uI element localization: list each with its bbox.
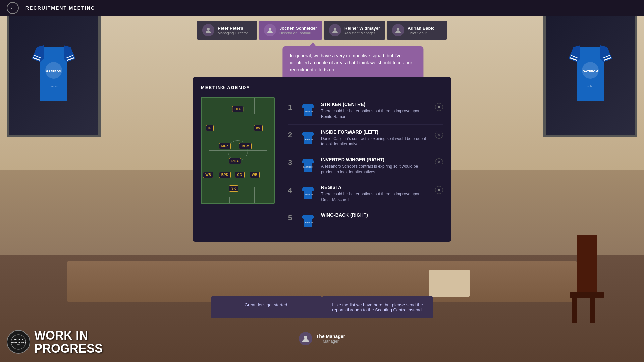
agenda-item-3: 3 GAZPROM INVERTED WINGER (RIGHT) Alessa… bbox=[288, 152, 443, 180]
close-icon-3: ✕ bbox=[437, 160, 441, 165]
si-logo: SPORTS INTERACTIVE bbox=[7, 330, 30, 354]
speech-text: In general, we have a very competitive s… bbox=[290, 53, 412, 72]
svg-marker-26 bbox=[302, 132, 314, 144]
item-text-1: STRIKER (CENTRE) There could be better o… bbox=[321, 102, 430, 120]
meeting-panel: MEETING AGENDA DLF IF IW MEZ BBM RGA WB … bbox=[193, 77, 451, 242]
jersey-frame-right: GAZPROM umbro bbox=[543, 10, 637, 137]
svg-text:GAZPROM: GAZPROM bbox=[303, 194, 313, 196]
name-rainer-widmayer: Rainer Widmayer bbox=[344, 26, 380, 31]
item-text-5: WING-BACK (RIGHT) bbox=[321, 212, 443, 219]
close-icon-2: ✕ bbox=[437, 132, 441, 137]
jersey-svg-left: GAZPROM umbro bbox=[23, 40, 84, 107]
chair bbox=[550, 235, 617, 335]
item-desc-1: There could be better options out there … bbox=[321, 108, 430, 120]
avatar-jochen-schneider bbox=[264, 24, 276, 36]
header-bar: ← RECRUITMENT MEETING bbox=[0, 0, 644, 16]
role-jochen-schneider: Director of Football bbox=[279, 31, 317, 35]
pos-sk[interactable]: SK bbox=[229, 185, 238, 192]
item-position-3: INVERTED WINGER (RIGHT) bbox=[321, 157, 430, 162]
svg-text:GAZPROM: GAZPROM bbox=[46, 70, 61, 73]
bottom-goal bbox=[229, 197, 246, 203]
jersey-inner-right: GAZPROM umbro bbox=[546, 13, 635, 135]
panel-content: DLF IF IW MEZ BBM RGA WB BPD CD WB SK 1 … bbox=[201, 97, 443, 234]
item-close-1[interactable]: ✕ bbox=[435, 103, 443, 111]
svg-text:umbro: umbro bbox=[587, 85, 594, 88]
player-name: The Manager bbox=[316, 334, 345, 339]
agenda-item-1: 1 GAZPROM STRIKER (CENTRE) There could b… bbox=[288, 97, 443, 125]
item-position-5: WING-BACK (RIGHT) bbox=[321, 212, 443, 218]
agenda-items-list: 1 GAZPROM STRIKER (CENTRE) There could b… bbox=[288, 97, 443, 234]
item-shirt-1: GAZPROM bbox=[300, 102, 316, 118]
pos-bpd[interactable]: BPD bbox=[219, 172, 231, 178]
speech-bubble: In general, we have a very competitive s… bbox=[282, 46, 423, 79]
participants-row: Peter Peters Managing Director Jochen Sc… bbox=[197, 21, 447, 40]
role-peter-peters: Managing Director bbox=[218, 31, 252, 35]
back-button[interactable]: ← bbox=[7, 2, 19, 14]
item-number-1: 1 bbox=[288, 103, 295, 112]
pos-rga[interactable]: RGA bbox=[229, 158, 241, 164]
agenda-item-4: 4 GAZPROM REGISTA There could be better … bbox=[288, 180, 443, 208]
avatar-adrian-babic bbox=[392, 24, 404, 36]
dialogue-area: Great, let's get started. I like the lis… bbox=[211, 296, 433, 318]
item-text-4: REGISTA There could be better options ou… bbox=[321, 185, 430, 203]
item-number-4: 4 bbox=[288, 186, 295, 195]
formation-area: DLF IF IW MEZ BBM RGA WB BPD CD WB SK bbox=[201, 97, 278, 234]
close-icon-4: ✕ bbox=[437, 187, 441, 193]
item-position-4: REGISTA bbox=[321, 185, 430, 190]
svg-point-38 bbox=[304, 336, 307, 339]
participant-adrian-babic[interactable]: Adrian Babic Chief Scout bbox=[387, 21, 447, 40]
pos-mez[interactable]: MEZ bbox=[219, 143, 231, 149]
name-adrian-babic: Adrian Babic bbox=[408, 26, 442, 31]
item-close-2[interactable]: ✕ bbox=[435, 131, 443, 139]
item-desc-3: Alessandro Schöpf's contract is expiring… bbox=[321, 164, 430, 175]
svg-text:umbro: umbro bbox=[50, 85, 58, 88]
svg-rect-34 bbox=[577, 235, 597, 295]
svg-point-21 bbox=[269, 28, 271, 31]
dialogue-option-1[interactable]: Great, let's get started. bbox=[211, 296, 322, 318]
avatar-rainer-widmayer bbox=[329, 24, 341, 36]
role-rainer-widmayer: Assistant Manager bbox=[344, 31, 380, 35]
wip-text: WORK INPROGRESS bbox=[34, 329, 103, 355]
svg-text:SPORTS: SPORTS bbox=[14, 338, 23, 341]
svg-text:GAZPROM: GAZPROM bbox=[303, 166, 313, 168]
pos-if[interactable]: IF bbox=[206, 125, 214, 131]
item-close-3[interactable]: ✕ bbox=[435, 158, 443, 166]
formation-field: DLF IF IW MEZ BBM RGA WB BPD CD WB SK bbox=[201, 97, 275, 204]
player-bar: The Manager Manager bbox=[299, 332, 345, 345]
desk-surface bbox=[67, 261, 577, 302]
item-position-2: INSIDE FORWARD (LEFT) bbox=[321, 129, 430, 135]
participant-jochen-schneider[interactable]: Jochen Schneider Director of Football bbox=[259, 21, 322, 40]
meeting-title: RECRUITMENT MEETING bbox=[25, 5, 95, 11]
item-close-4[interactable]: ✕ bbox=[435, 186, 443, 194]
pos-iw[interactable]: IW bbox=[254, 125, 263, 131]
player-info: The Manager Manager bbox=[316, 334, 345, 344]
pos-dlf[interactable]: DLF bbox=[232, 106, 243, 112]
info-jochen-schneider: Jochen Schneider Director of Football bbox=[279, 26, 317, 35]
pos-wb-right[interactable]: WB bbox=[250, 172, 260, 178]
item-shirt-4: GAZPROM bbox=[300, 185, 316, 201]
svg-marker-28 bbox=[302, 159, 314, 172]
svg-text:GAZPROM: GAZPROM bbox=[303, 221, 313, 223]
info-adrian-babic: Adrian Babic Chief Scout bbox=[408, 26, 442, 35]
svg-point-23 bbox=[397, 28, 399, 31]
name-peter-peters: Peter Peters bbox=[218, 26, 252, 31]
participant-rainer-widmayer[interactable]: Rainer Widmayer Assistant Manager bbox=[324, 21, 385, 40]
item-number-2: 2 bbox=[288, 131, 295, 139]
item-shirt-3: GAZPROM bbox=[300, 157, 316, 174]
item-desc-4: There could be better options out there … bbox=[321, 191, 430, 203]
svg-text:INTERACTIVE: INTERACTIVE bbox=[11, 341, 26, 344]
pos-wb-left[interactable]: WB bbox=[203, 172, 213, 178]
dialogue-option-2[interactable]: I like the list we have here, but please… bbox=[322, 296, 433, 318]
item-position-1: STRIKER (CENTRE) bbox=[321, 102, 430, 107]
item-text-2: INSIDE FORWARD (LEFT) Daniel Caligiuri's… bbox=[321, 129, 430, 147]
svg-rect-37 bbox=[590, 297, 595, 323]
item-shirt-2: GAZPROM bbox=[300, 129, 316, 146]
dialogue-text-1: Great, let's get started. bbox=[218, 302, 315, 307]
pos-bbm[interactable]: BBM bbox=[239, 143, 252, 149]
participant-peter-peters[interactable]: Peter Peters Managing Director bbox=[197, 21, 257, 40]
svg-marker-32 bbox=[302, 215, 314, 227]
info-rainer-widmayer: Rainer Widmayer Assistant Manager bbox=[344, 26, 380, 35]
pos-cd[interactable]: CD bbox=[235, 172, 244, 178]
svg-rect-36 bbox=[572, 297, 577, 323]
svg-text:GAZPROM: GAZPROM bbox=[303, 138, 313, 140]
